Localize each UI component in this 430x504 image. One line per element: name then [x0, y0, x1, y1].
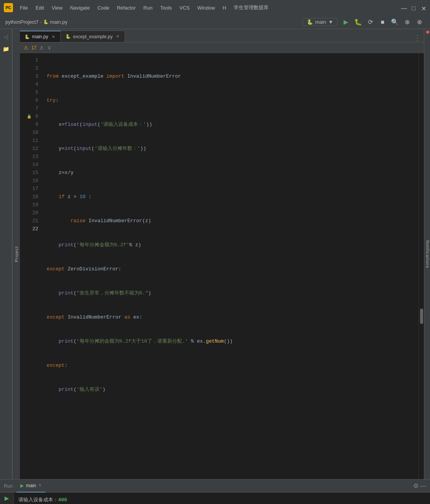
run-configuration[interactable]: 🐍 main ▼	[303, 18, 337, 26]
code-line-15	[47, 410, 419, 418]
warning-down-button[interactable]: ∨	[47, 44, 52, 51]
breadcrumb[interactable]: pythonProject7 › 🐍 main.py	[5, 19, 67, 25]
dropdown-icon: ▼	[328, 19, 333, 25]
tab-except-example-label: except_example.py	[73, 34, 112, 39]
stop-button[interactable]: ■	[377, 17, 388, 28]
code-line-8: print('每年分摊金额为%.2f'% z)	[47, 241, 419, 249]
add-button[interactable]: ⊕	[402, 17, 412, 28]
code-line-4: y=int(input('请输入分摊年数：'))	[47, 145, 419, 153]
run-controls: ▶ 🐛 ⟳ ■ 🔍 ⊕ ⊕	[340, 17, 425, 28]
warning-bar: ⚠ 17 ∧ ∨	[20, 42, 424, 53]
search-everywhere-button[interactable]: 🔍	[389, 17, 400, 28]
project-name[interactable]: pythonProject7	[5, 19, 39, 25]
menu-view[interactable]: View	[49, 4, 65, 11]
menu-edit[interactable]: Edit	[33, 4, 47, 11]
right-sidebar: Notifications	[424, 29, 430, 479]
line-num-21: 21	[20, 217, 43, 225]
run-tab-main[interactable]: ▶ main ✕	[16, 480, 46, 493]
code-line-5: z=x/y	[47, 169, 419, 177]
tab-except-example[interactable]: 🐍 except_example.py ✕	[61, 31, 125, 42]
project-panel-label[interactable]: Project	[12, 29, 20, 479]
editor-tabs: 🐍 main.py ✕ 🐍 except_example.py ✕ ⋮	[20, 29, 424, 42]
run-panel-body: ▶ ↑ ↓ 🔧 ■ ☰ 📌 ≫ 请输入设备成本：400 请输入分摊年数：6 每年…	[0, 493, 430, 504]
run-button[interactable]: ▶	[340, 17, 351, 28]
menu-tools[interactable]: Tools	[157, 4, 175, 11]
debug-button[interactable]: 🐛	[353, 17, 363, 28]
line-num-16: 16	[20, 177, 43, 185]
line-num-1: 1	[20, 56, 43, 64]
menu-h[interactable]: H	[220, 4, 229, 11]
line-num-15: 15	[20, 169, 43, 177]
line-num-9: 9	[20, 120, 43, 128]
editor-scrollbar[interactable]	[419, 53, 424, 479]
sidebar-collapse-icon[interactable]: ◁	[2, 32, 11, 41]
tab-py-icon: 🐍	[24, 34, 30, 39]
tab-main-py[interactable]: 🐍 main.py ✕	[20, 31, 61, 42]
tab-except-example-close[interactable]: ✕	[115, 34, 120, 39]
line-num-4: 4	[20, 80, 43, 88]
menu-vcs[interactable]: VCS	[176, 4, 193, 11]
tab-main-py-close[interactable]: ✕	[50, 34, 56, 39]
code-line-13: except:	[47, 361, 419, 369]
menu-bar: File Edit View Navigate Code Refactor Ru…	[17, 3, 272, 12]
line-num-18: 18	[20, 193, 43, 201]
notifications-label[interactable]: Notifications	[425, 240, 430, 268]
menu-file[interactable]: File	[17, 4, 31, 11]
run-action-bar: ▶ ↑ ↓ 🔧 ■ ☰ 📌 ≫	[0, 493, 14, 504]
line-num-19: 19	[20, 201, 43, 209]
line-num-20: 20	[20, 209, 43, 217]
output-label-1: 请输入设备成本：	[18, 497, 58, 503]
breadcrumb-right: 🐍 main ▼ ▶ 🐛 ⟳ ■ 🔍 ⊕ ⊕	[303, 17, 425, 28]
lock-icon-8: 🔒	[27, 114, 31, 119]
warning-up-button[interactable]: ∧	[39, 44, 44, 51]
run-tab-icon: ▶	[20, 483, 24, 488]
code-line-7: raise InvalidNumberError(z)	[47, 217, 419, 225]
menu-window[interactable]: Window	[194, 4, 218, 11]
tab-py-icon-2: 🐍	[65, 34, 71, 39]
code-line-9: except ZeroDivisionError:	[47, 265, 419, 273]
scrollbar-thumb[interactable]	[420, 309, 423, 324]
titlebar: PC File Edit View Navigate Code Refactor…	[0, 0, 430, 15]
run-panel-close-button[interactable]: —	[420, 482, 426, 489]
notification-badge	[426, 31, 429, 34]
run-panel: Run: ▶ main ✕ ⚙ — ▶ ↑ ↓ 🔧 ■ ☰ 📌 ≫ 请输入设备成…	[0, 479, 430, 504]
warning-icon: ⚠	[24, 45, 28, 50]
sidebar-icon-1[interactable]: 📁	[2, 44, 11, 54]
menu-refactor[interactable]: Refactor	[114, 4, 139, 11]
tabs-more-button[interactable]: ⋮	[411, 34, 424, 42]
run-tab-close[interactable]: ✕	[38, 483, 42, 488]
file-name[interactable]: main.py	[50, 19, 68, 25]
code-line-3: x=float(input('请输入设备成本：'))	[47, 120, 419, 128]
code-line-14: print('输入有误')	[47, 385, 419, 393]
minimize-button[interactable]: —	[401, 5, 406, 10]
line-num-2: 2	[20, 64, 43, 72]
line-num-17: 17	[20, 185, 43, 193]
left-sidebar: ◁ 📁	[0, 29, 12, 479]
run-again-button[interactable]: ▶	[2, 495, 11, 502]
run-panel-settings-button[interactable]: ⚙	[413, 482, 419, 489]
line-num-7: 7	[20, 104, 43, 112]
window-controls: — □ ✕	[401, 5, 426, 10]
warning-count: 17	[31, 45, 36, 50]
line-num-8: 🔒8	[20, 112, 43, 120]
run-label: Run:	[4, 483, 13, 489]
settings-button[interactable]: ⊕	[414, 17, 425, 28]
code-editor: 1 2 3 4 5 6 7 🔒8 9 10 11 12 13 14 15 16 …	[20, 53, 424, 479]
output-line-1: 请输入设备成本：400	[18, 496, 425, 504]
code-line-11: except InvalidNumberError as ex:	[47, 313, 419, 321]
run-panel-header: Run: ▶ main ✕ ⚙ —	[0, 480, 430, 493]
line-num-6: 6	[20, 96, 43, 104]
maximize-button[interactable]: □	[411, 5, 416, 10]
close-button[interactable]: ✕	[421, 5, 426, 10]
breadcrumb-bar: pythonProject7 › 🐍 main.py 🐍 main ▼ ▶ 🐛 …	[0, 15, 430, 29]
run-with-coverage-button[interactable]: ⟳	[365, 17, 376, 28]
menu-project[interactable]: 学生管理数据库	[231, 3, 272, 12]
menu-run[interactable]: Run	[140, 4, 156, 11]
editor-area: 🐍 main.py ✕ 🐍 except_example.py ✕ ⋮ ⚠ 17…	[20, 29, 424, 479]
menu-code[interactable]: Code	[94, 4, 112, 11]
line-num-5: 5	[20, 88, 43, 96]
menu-navigate[interactable]: Navigate	[67, 4, 93, 11]
code-content[interactable]: from except_example import InvalidNumber…	[43, 53, 419, 479]
line-num-10: 10	[20, 128, 43, 137]
output-value-1: 400	[58, 497, 67, 503]
